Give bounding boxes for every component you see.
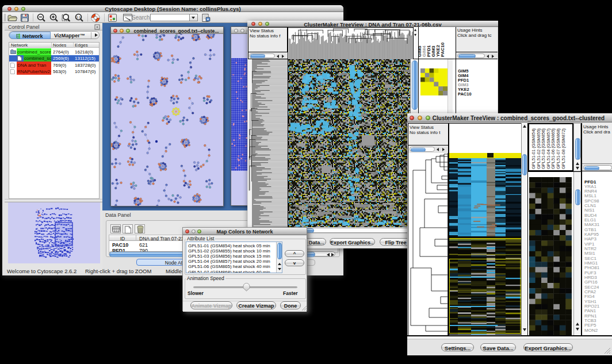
svg-text:GPL51-08 (GSM872): GPL51-08 (GSM872) [561, 128, 566, 169]
svg-text:1:1: 1:1 [76, 16, 81, 19]
svg-text:PAC10: PAC10 [440, 42, 445, 57]
